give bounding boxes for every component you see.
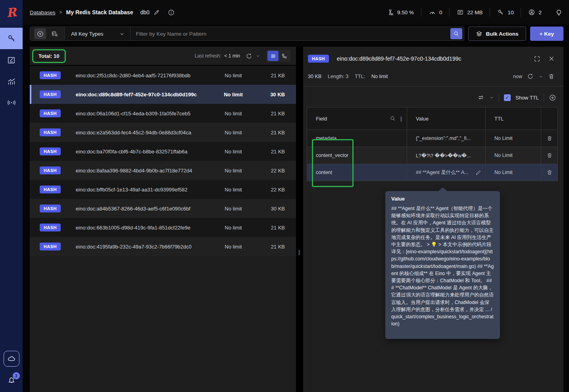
add-field-icon[interactable]: [549, 94, 556, 101]
column-resize-handle[interactable]: ∥: [400, 116, 403, 122]
field-value[interactable]: ## **Agent 是什么** A...: [407, 164, 486, 181]
key-list-row[interactable]: HASH eino:doc:ba70f0fa-cbf6-4b7c-b8be-83…: [30, 142, 296, 161]
bulk-actions-button[interactable]: Bulk Actions: [468, 27, 526, 41]
key-size: 21 KB: [257, 73, 285, 78]
memory-card-icon: [457, 9, 464, 16]
show-ttl-checkbox[interactable]: ✓: [504, 94, 511, 101]
field-value[interactable]: {"_extension":".md","_fi...: [407, 130, 486, 147]
key-list-row[interactable]: HASH eino:doc:e2a563dd-fec4-45c2-94db-0e…: [30, 123, 296, 142]
chevron-down-icon: [119, 31, 125, 36]
field-name: content_vector: [307, 147, 407, 164]
key-ttl: No limit: [210, 130, 257, 136]
key-type-dropdown[interactable]: All Key Types: [65, 27, 131, 40]
details-key-name[interactable]: eino:doc:d89c8d89-fef7-452e-97c0-134cdb0…: [337, 55, 526, 62]
key-type-badge: HASH: [40, 109, 61, 117]
analytics-chart-icon: [7, 77, 16, 86]
add-key-button[interactable]: + Key: [530, 27, 563, 41]
key-size: 30 KB: [257, 92, 285, 98]
notifications-badge: 3: [13, 372, 20, 379]
delete-key-icon[interactable]: [548, 73, 555, 80]
key-details-meta: 30 KB Length: 3 TTL: No limit now: [303, 63, 563, 86]
key-ttl: No limit: [210, 168, 257, 174]
field-row-content[interactable]: content ## **Agent 是什么** A... No Limit: [307, 164, 557, 181]
key-list-row-selected[interactable]: HASH eino:doc:d89c8d89-fef7-452e-97c0-13…: [30, 85, 296, 104]
column-header-ttl[interactable]: TTL: [486, 107, 541, 130]
column-header-value[interactable]: Value: [407, 107, 486, 130]
last-refresh-label: Last refresh:: [195, 53, 221, 59]
notifications-button[interactable]: 3: [7, 375, 16, 385]
insights-lightbulb-icon[interactable]: [555, 9, 563, 16]
view-toggle: [267, 50, 290, 62]
top-header: R Databases > My Redis Stack Database db…: [0, 0, 569, 25]
fullscreen-icon[interactable]: [534, 55, 540, 62]
key-list-row[interactable]: HASH eino:doc:06a106d1-cf15-4eda-b309-1f…: [30, 104, 296, 123]
edit-db-alias-icon[interactable]: [154, 9, 160, 15]
field-value[interactable]: L?�?\? ��>��w�...: [407, 147, 486, 164]
key-name: eino:doc:663b1005-d98d-419c-9fa1-851dcf2…: [76, 225, 210, 231]
cloud-icon: [7, 354, 16, 363]
db-overview-metrics: 9.50 % 0 22 MB 10: [380, 8, 569, 17]
refresh-icon[interactable]: [527, 73, 534, 80]
key-ttl-value[interactable]: No limit: [371, 74, 388, 79]
redis-logo-icon: R: [6, 5, 17, 19]
last-refresh-time: now: [513, 74, 522, 79]
key-size-value: 30 KB: [308, 74, 321, 79]
metric-memory-value: 22 MB: [467, 10, 482, 15]
redisinsight-app: R Databases > My Redis Stack Database db…: [0, 0, 569, 392]
key-list-row[interactable]: HASH eino:doc:2f51c8dc-2d80-4eb4-aaf5-72…: [30, 66, 296, 85]
key-list-row[interactable]: HASH eino:doc:8afaa396-9882-4bd4-9b0b-ac…: [30, 161, 296, 180]
hash-fields-table: Field ∥ Value TTL metadata {"_extension"…: [307, 107, 558, 181]
key-list-row[interactable]: HASH eino:doc:663b1005-d98d-419c-9fa1-85…: [30, 218, 296, 237]
chevron-down-icon[interactable]: [489, 95, 494, 100]
tree-view-button[interactable]: [279, 51, 290, 61]
key-ttl: No limit: [210, 225, 257, 231]
db-info-icon[interactable]: [168, 9, 175, 16]
key-ttl: No limit: [210, 206, 257, 212]
search-icon[interactable]: [450, 28, 462, 39]
search-by-values-button[interactable]: [48, 28, 60, 39]
key-size: 22 KB: [257, 168, 285, 174]
key-list-row[interactable]: HASH eino:doc:bffb05cf-1e13-49af-aa31-dc…: [30, 180, 296, 199]
list-view-button[interactable]: [267, 51, 279, 61]
close-icon[interactable]: [548, 55, 555, 62]
format-switcher-icon[interactable]: [477, 94, 484, 101]
chevron-down-icon[interactable]: [538, 74, 543, 79]
resizer-handle-icon[interactable]: ∥: [298, 249, 302, 255]
key-size: 21 KB: [257, 111, 285, 117]
key-length-label: Length: 3: [328, 74, 348, 79]
key-list-header-tools: Last refresh: < 1 min: [195, 50, 290, 62]
key-filter-input[interactable]: [131, 27, 450, 40]
field-row-content-vector[interactable]: content_vector L?�?\? ��>��w�... No Limi…: [307, 147, 557, 164]
delete-field-icon[interactable]: [546, 152, 553, 159]
connected-clients-icon: [528, 9, 535, 16]
delete-field-icon[interactable]: [546, 169, 553, 176]
column-header-field[interactable]: Field ∥: [307, 107, 407, 130]
db-index-label: db0: [140, 9, 149, 15]
refresh-icon[interactable]: [246, 53, 252, 59]
breadcrumb-databases-link[interactable]: Databases: [30, 10, 56, 15]
panel-resizer[interactable]: ∥: [296, 47, 303, 392]
cloud-button[interactable]: [4, 351, 19, 367]
delete-field-icon[interactable]: [546, 135, 553, 142]
key-type-selected-value: All Key Types: [71, 31, 104, 37]
search-field-icon[interactable]: [390, 115, 396, 122]
redis-logo[interactable]: R: [0, 0, 23, 25]
chevron-down-icon[interactable]: [256, 54, 260, 58]
key-name: eino:doc:2f51c8dc-2d80-4eb4-aaf5-72176f9…: [76, 73, 210, 78]
edit-value-icon[interactable]: [475, 170, 481, 176]
details-meta-tools: now: [513, 73, 555, 80]
key-list-row[interactable]: HASH eino:doc:a84b5367-8266-46d3-aef5-c6…: [30, 199, 296, 218]
metric-cpu-value: 9.50 %: [397, 10, 414, 15]
key-count-icon: [497, 9, 504, 16]
field-ttl: No Limit: [486, 130, 541, 147]
filter-by-pattern-button[interactable]: [34, 28, 46, 39]
field-row-metadata[interactable]: metadata {"_extension":".md","_fi... No …: [307, 130, 557, 147]
nav-browser-keys[interactable]: [0, 28, 23, 49]
key-list-row[interactable]: HASH eino:doc:4195fa9b-232c-49a7-93c2-7b…: [30, 237, 296, 256]
nav-analytics[interactable]: [0, 71, 23, 92]
key-type-badge: HASH: [40, 128, 61, 136]
nav-pubsub[interactable]: [0, 92, 23, 113]
key-name: eino:doc:8afaa396-9882-4bd4-9b0b-ac7f18e…: [76, 168, 210, 174]
column-header-actions: [541, 107, 557, 130]
nav-workbench[interactable]: [0, 49, 23, 71]
